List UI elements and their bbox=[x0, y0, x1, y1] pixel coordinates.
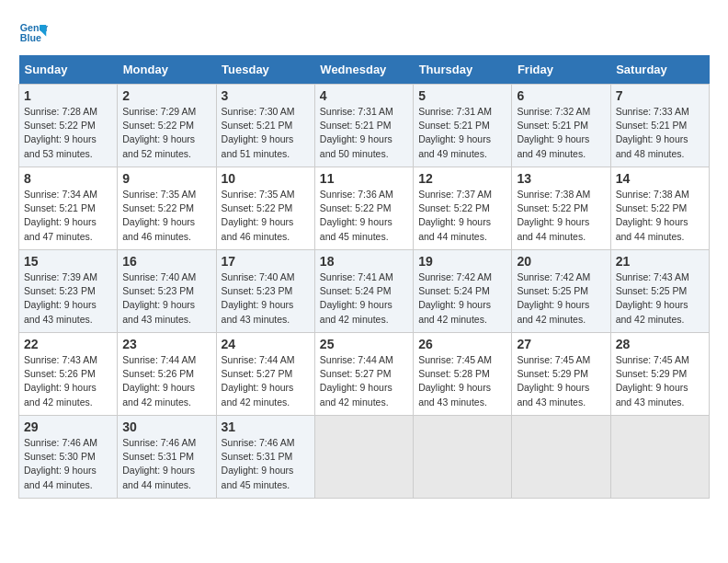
calendar-cell bbox=[314, 416, 413, 499]
day-info: Sunrise: 7:37 AM Sunset: 5:22 PM Dayligh… bbox=[418, 188, 506, 244]
calendar-cell: 22 Sunrise: 7:43 AM Sunset: 5:26 PM Dayl… bbox=[19, 333, 118, 416]
day-number: 17 bbox=[222, 254, 310, 269]
day-number: 10 bbox=[222, 171, 310, 186]
day-number: 26 bbox=[418, 337, 506, 351]
day-number: 24 bbox=[222, 337, 310, 351]
day-number: 25 bbox=[320, 337, 408, 351]
calendar-cell: 26 Sunrise: 7:45 AM Sunset: 5:28 PM Dayl… bbox=[414, 333, 512, 416]
calendar-cell: 17 Sunrise: 7:40 AM Sunset: 5:23 PM Dayl… bbox=[216, 250, 314, 333]
header-tuesday: Tuesday bbox=[216, 55, 314, 85]
day-info: Sunrise: 7:35 AM Sunset: 5:22 PM Dayligh… bbox=[122, 188, 210, 244]
day-info: Sunrise: 7:39 AM Sunset: 5:23 PM Dayligh… bbox=[24, 270, 112, 327]
day-info: Sunrise: 7:32 AM Sunset: 5:21 PM Dayligh… bbox=[517, 105, 605, 161]
day-number: 2 bbox=[122, 88, 210, 103]
day-number: 5 bbox=[418, 88, 506, 103]
day-number: 9 bbox=[122, 171, 210, 186]
calendar-week-5: 29 Sunrise: 7:46 AM Sunset: 5:30 PM Dayl… bbox=[19, 416, 710, 499]
day-number: 11 bbox=[320, 171, 408, 186]
day-info: Sunrise: 7:44 AM Sunset: 5:26 PM Dayligh… bbox=[122, 353, 210, 409]
calendar-cell: 7 Sunrise: 7:33 AM Sunset: 5:21 PM Dayli… bbox=[610, 85, 709, 167]
day-info: Sunrise: 7:43 AM Sunset: 5:26 PM Dayligh… bbox=[24, 353, 112, 409]
day-number: 14 bbox=[616, 171, 704, 186]
day-number: 15 bbox=[24, 254, 112, 269]
day-number: 18 bbox=[320, 254, 408, 269]
day-info: Sunrise: 7:42 AM Sunset: 5:24 PM Dayligh… bbox=[418, 270, 506, 327]
day-info: Sunrise: 7:46 AM Sunset: 5:31 PM Dayligh… bbox=[222, 436, 310, 492]
day-number: 8 bbox=[24, 171, 112, 186]
day-number: 21 bbox=[616, 254, 704, 269]
calendar-table: SundayMondayTuesdayWednesdayThursdayFrid… bbox=[18, 55, 710, 499]
day-number: 23 bbox=[122, 337, 210, 351]
day-number: 19 bbox=[418, 254, 506, 269]
calendar-cell: 6 Sunrise: 7:32 AM Sunset: 5:21 PM Dayli… bbox=[512, 85, 610, 167]
calendar-cell: 16 Sunrise: 7:40 AM Sunset: 5:23 PM Dayl… bbox=[118, 250, 216, 333]
header-wednesday: Wednesday bbox=[314, 55, 413, 85]
calendar-cell: 19 Sunrise: 7:42 AM Sunset: 5:24 PM Dayl… bbox=[414, 250, 512, 333]
day-info: Sunrise: 7:45 AM Sunset: 5:28 PM Dayligh… bbox=[418, 353, 506, 409]
calendar-cell: 30 Sunrise: 7:46 AM Sunset: 5:31 PM Dayl… bbox=[118, 416, 216, 499]
day-number: 28 bbox=[616, 337, 704, 351]
calendar-cell: 23 Sunrise: 7:44 AM Sunset: 5:26 PM Dayl… bbox=[118, 333, 216, 416]
day-info: Sunrise: 7:36 AM Sunset: 5:22 PM Dayligh… bbox=[320, 188, 408, 244]
calendar-week-2: 8 Sunrise: 7:34 AM Sunset: 5:21 PM Dayli… bbox=[19, 167, 710, 250]
day-info: Sunrise: 7:42 AM Sunset: 5:25 PM Dayligh… bbox=[517, 270, 605, 327]
day-number: 13 bbox=[517, 171, 605, 186]
header-sunday: Sunday bbox=[19, 55, 118, 85]
calendar-cell bbox=[512, 416, 610, 499]
day-info: Sunrise: 7:38 AM Sunset: 5:22 PM Dayligh… bbox=[616, 188, 704, 244]
day-info: Sunrise: 7:44 AM Sunset: 5:27 PM Dayligh… bbox=[320, 353, 408, 409]
calendar-cell: 4 Sunrise: 7:31 AM Sunset: 5:21 PM Dayli… bbox=[314, 85, 413, 167]
calendar-cell: 1 Sunrise: 7:28 AM Sunset: 5:22 PM Dayli… bbox=[19, 85, 118, 167]
calendar-cell: 15 Sunrise: 7:39 AM Sunset: 5:23 PM Dayl… bbox=[19, 250, 118, 333]
day-info: Sunrise: 7:30 AM Sunset: 5:21 PM Dayligh… bbox=[222, 105, 310, 161]
calendar-cell: 12 Sunrise: 7:37 AM Sunset: 5:22 PM Dayl… bbox=[414, 167, 512, 250]
calendar-cell: 20 Sunrise: 7:42 AM Sunset: 5:25 PM Dayl… bbox=[512, 250, 610, 333]
header-friday: Friday bbox=[512, 55, 610, 85]
day-info: Sunrise: 7:45 AM Sunset: 5:29 PM Dayligh… bbox=[517, 353, 605, 409]
day-info: Sunrise: 7:45 AM Sunset: 5:29 PM Dayligh… bbox=[616, 353, 704, 409]
header-monday: Monday bbox=[118, 55, 216, 85]
calendar-cell: 31 Sunrise: 7:46 AM Sunset: 5:31 PM Dayl… bbox=[216, 416, 314, 499]
day-number: 31 bbox=[222, 419, 310, 434]
day-info: Sunrise: 7:31 AM Sunset: 5:21 PM Dayligh… bbox=[320, 105, 408, 161]
calendar-cell: 14 Sunrise: 7:38 AM Sunset: 5:22 PM Dayl… bbox=[610, 167, 709, 250]
calendar-cell: 3 Sunrise: 7:30 AM Sunset: 5:21 PM Dayli… bbox=[216, 85, 314, 167]
day-info: Sunrise: 7:40 AM Sunset: 5:23 PM Dayligh… bbox=[122, 270, 210, 327]
header-saturday: Saturday bbox=[610, 55, 709, 85]
calendar-cell: 25 Sunrise: 7:44 AM Sunset: 5:27 PM Dayl… bbox=[314, 333, 413, 416]
day-number: 27 bbox=[517, 337, 605, 351]
calendar-cell: 13 Sunrise: 7:38 AM Sunset: 5:22 PM Dayl… bbox=[512, 167, 610, 250]
calendar-cell: 24 Sunrise: 7:44 AM Sunset: 5:27 PM Dayl… bbox=[216, 333, 314, 416]
day-info: Sunrise: 7:28 AM Sunset: 5:22 PM Dayligh… bbox=[24, 105, 112, 161]
header-thursday: Thursday bbox=[414, 55, 512, 85]
day-info: Sunrise: 7:38 AM Sunset: 5:22 PM Dayligh… bbox=[517, 188, 605, 244]
day-number: 20 bbox=[517, 254, 605, 269]
calendar-cell bbox=[414, 416, 512, 499]
day-number: 12 bbox=[418, 171, 506, 186]
logo-icon: General Blue bbox=[18, 18, 48, 48]
calendar-cell: 21 Sunrise: 7:43 AM Sunset: 5:25 PM Dayl… bbox=[610, 250, 709, 333]
day-number: 22 bbox=[24, 337, 112, 351]
day-info: Sunrise: 7:29 AM Sunset: 5:22 PM Dayligh… bbox=[122, 105, 210, 161]
calendar-cell: 5 Sunrise: 7:31 AM Sunset: 5:21 PM Dayli… bbox=[414, 85, 512, 167]
day-info: Sunrise: 7:44 AM Sunset: 5:27 PM Dayligh… bbox=[222, 353, 310, 409]
calendar-header-row: SundayMondayTuesdayWednesdayThursdayFrid… bbox=[19, 55, 710, 85]
day-info: Sunrise: 7:35 AM Sunset: 5:22 PM Dayligh… bbox=[222, 188, 310, 244]
calendar-week-3: 15 Sunrise: 7:39 AM Sunset: 5:23 PM Dayl… bbox=[19, 250, 710, 333]
calendar-cell: 10 Sunrise: 7:35 AM Sunset: 5:22 PM Dayl… bbox=[216, 167, 314, 250]
day-info: Sunrise: 7:40 AM Sunset: 5:23 PM Dayligh… bbox=[222, 270, 310, 327]
calendar-cell: 11 Sunrise: 7:36 AM Sunset: 5:22 PM Dayl… bbox=[314, 167, 413, 250]
day-number: 29 bbox=[24, 419, 112, 434]
day-number: 3 bbox=[222, 88, 310, 103]
day-info: Sunrise: 7:31 AM Sunset: 5:21 PM Dayligh… bbox=[418, 105, 506, 161]
calendar-cell: 9 Sunrise: 7:35 AM Sunset: 5:22 PM Dayli… bbox=[118, 167, 216, 250]
day-info: Sunrise: 7:46 AM Sunset: 5:30 PM Dayligh… bbox=[24, 436, 112, 492]
calendar-cell: 18 Sunrise: 7:41 AM Sunset: 5:24 PM Dayl… bbox=[314, 250, 413, 333]
day-number: 4 bbox=[320, 88, 408, 103]
calendar-cell: 28 Sunrise: 7:45 AM Sunset: 5:29 PM Dayl… bbox=[610, 333, 709, 416]
calendar-cell: 8 Sunrise: 7:34 AM Sunset: 5:21 PM Dayli… bbox=[19, 167, 118, 250]
day-info: Sunrise: 7:34 AM Sunset: 5:21 PM Dayligh… bbox=[24, 188, 112, 244]
day-number: 1 bbox=[24, 88, 112, 103]
day-info: Sunrise: 7:41 AM Sunset: 5:24 PM Dayligh… bbox=[320, 270, 408, 327]
calendar-cell: 2 Sunrise: 7:29 AM Sunset: 5:22 PM Dayli… bbox=[118, 85, 216, 167]
